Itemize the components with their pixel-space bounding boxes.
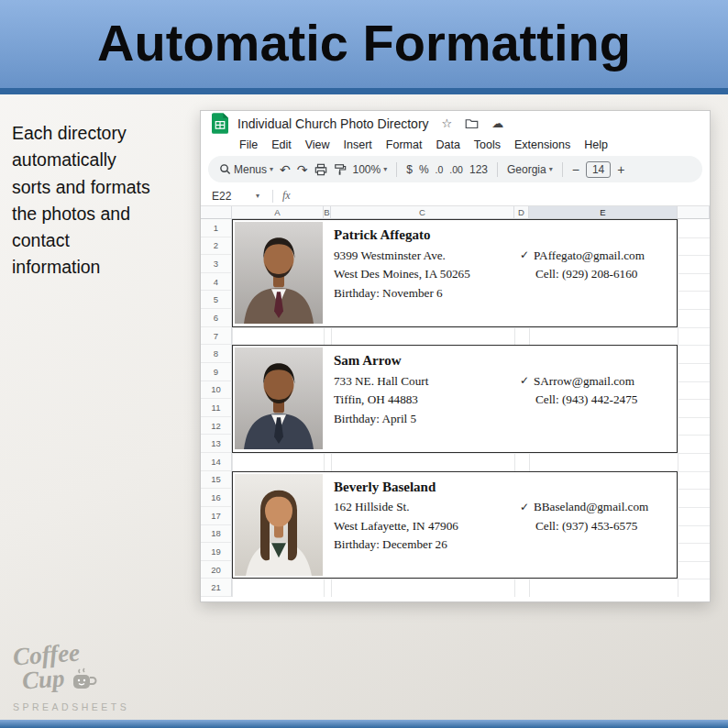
entry-cell: Cell: (929) 208-6160 — [535, 267, 637, 281]
row-header-9[interactable]: 9 — [201, 363, 232, 381]
spreadsheet-grid[interactable]: 123456789101112131415161718192021 Patric… — [201, 219, 710, 597]
zoom-value: 100% — [353, 163, 381, 176]
doc-title[interactable]: Individual Church Photo Directory — [237, 116, 429, 131]
row-header-17[interactable]: 17 — [201, 507, 232, 525]
row-header-12[interactable]: 12 — [201, 417, 232, 436]
entry-address1: 733 NE. Hall Court — [334, 374, 428, 389]
row-header-16[interactable]: 16 — [201, 489, 232, 507]
entry-photo[interactable] — [235, 347, 323, 449]
column-header-E[interactable]: E — [529, 206, 678, 219]
menu-bar: FileEditViewInsertFormatDataToolsExtensi… — [239, 136, 608, 154]
poster: Automatic Formatting Each directory auto… — [0, 0, 728, 728]
row-header-21[interactable]: 21 — [201, 579, 232, 597]
row-header-8[interactable]: 8 — [201, 345, 232, 363]
entry-cell: Cell: (943) 442-2475 — [535, 392, 637, 407]
print-button[interactable] — [314, 163, 327, 176]
zoom-select[interactable]: 100% ▾ — [353, 163, 388, 176]
entry-email: SArrow@gmail.com — [534, 374, 634, 389]
star-icon[interactable]: ☆ — [442, 117, 453, 129]
column-header-B[interactable]: B — [324, 206, 331, 219]
name-box-value: E22 — [212, 190, 231, 203]
menu-item-file[interactable]: File — [239, 138, 258, 151]
entry-photo[interactable] — [235, 222, 323, 324]
chevron-down-icon: ▾ — [270, 165, 273, 173]
row-header-19[interactable]: 19 — [201, 543, 232, 561]
sheets-titlebar: Individual Church Photo Directory ☆ ☁ — [201, 111, 710, 136]
menu-item-edit[interactable]: Edit — [271, 138, 292, 151]
row-header-13[interactable]: 13 — [201, 435, 232, 453]
row-header-7[interactable]: 7 — [201, 327, 232, 346]
entry-name: Patrick Affegato — [334, 227, 430, 243]
column-header-A[interactable]: A — [232, 206, 324, 219]
chevron-down-icon: ▾ — [549, 165, 553, 173]
entry-birthday: Birthday: December 26 — [334, 537, 447, 552]
check-icon: ✓ — [520, 248, 529, 261]
redo-button[interactable]: ↷ — [297, 162, 308, 177]
menu-item-help[interactable]: Help — [584, 138, 608, 151]
row-header-1[interactable]: 1 — [201, 219, 232, 237]
toolbar-divider — [497, 162, 498, 177]
chevron-down-icon: ▾ — [383, 165, 387, 173]
row-header-14[interactable]: 14 — [201, 453, 232, 471]
row-header-6[interactable]: 6 — [201, 309, 232, 327]
entry-address1: 9399 Westminster Ave. — [334, 248, 446, 263]
sheets-window: Individual Church Photo Directory ☆ ☁ Fi… — [200, 110, 711, 602]
entry-name: Sam Arrow — [334, 353, 401, 369]
font-select[interactable]: Georgia ▾ — [507, 163, 553, 176]
row-header-18[interactable]: 18 — [201, 525, 232, 544]
increase-font-size-button[interactable]: + — [617, 162, 624, 177]
format-currency-button[interactable]: $ — [406, 163, 413, 176]
row-header-4[interactable]: 4 — [201, 273, 232, 292]
row-header-3[interactable]: 3 — [201, 255, 232, 273]
search-icon — [219, 163, 231, 175]
formula-bar-divider — [272, 190, 273, 203]
entry-address2: West Des Moines, IA 50265 — [334, 267, 470, 281]
undo-button[interactable]: ↶ — [280, 162, 291, 177]
chevron-down-icon: ▾ — [256, 192, 259, 200]
row-header-11[interactable]: 11 — [201, 399, 232, 417]
menu-item-extensions[interactable]: Extensions — [514, 138, 570, 151]
row-header-20[interactable]: 20 — [201, 561, 232, 579]
directory-entry[interactable]: Patrick Affegato9399 Westminster Ave.Wes… — [232, 219, 678, 327]
number-format-button[interactable]: 123 — [469, 163, 488, 176]
entry-cell: Cell: (937) 453-6575 — [535, 519, 637, 534]
decrease-decimal-button[interactable]: .0 — [436, 164, 444, 175]
format-percent-button[interactable]: % — [419, 163, 429, 176]
entry-photo[interactable] — [235, 474, 323, 576]
column-headers: ABCDE — [201, 206, 710, 219]
toolbar: Menus ▾ ↶ ↷ 100% ▾ — [208, 156, 702, 182]
menu-item-format[interactable]: Format — [386, 138, 423, 151]
row-header-5[interactable]: 5 — [201, 291, 232, 309]
column-header-D[interactable]: D — [514, 206, 529, 219]
bottom-bar — [0, 720, 728, 728]
cloud-icon[interactable]: ☁ — [491, 117, 503, 129]
menu-item-tools[interactable]: Tools — [474, 138, 501, 151]
entry-birthday: Birthday: November 6 — [334, 286, 443, 301]
folder-icon[interactable] — [465, 117, 479, 129]
logo-subtitle: SPREADSHEETS — [13, 701, 129, 712]
column-header-C[interactable]: C — [331, 206, 514, 219]
menu-item-view[interactable]: View — [305, 138, 330, 151]
check-icon: ✓ — [520, 374, 529, 387]
increase-decimal-button[interactable]: .00 — [449, 164, 463, 175]
column-header-blank — [678, 206, 710, 219]
entry-address2: Tiffin, OH 44883 — [334, 392, 418, 407]
sheets-logo-icon[interactable] — [212, 113, 228, 134]
entry-birthday: Birthday: April 5 — [334, 412, 416, 426]
grid-row-line — [201, 327, 710, 328]
paint-format-button[interactable] — [334, 163, 347, 176]
directory-entry[interactable]: Beverly Baseland162 Hillside St.West Laf… — [232, 471, 678, 579]
menus-button[interactable]: Menus ▾ — [219, 163, 273, 176]
font-size-input[interactable]: 14 — [586, 161, 611, 178]
name-box[interactable]: E22 ▾ — [212, 190, 259, 203]
directory-entry[interactable]: Sam Arrow733 NE. Hall CourtTiffin, OH 44… — [232, 345, 678, 453]
menu-item-insert[interactable]: Insert — [344, 138, 372, 151]
menus-label: Menus — [234, 163, 267, 176]
row-header-2[interactable]: 2 — [201, 237, 232, 256]
entry-address2: West Lafayette, IN 47906 — [334, 519, 458, 534]
menu-item-data[interactable]: Data — [436, 138, 459, 151]
decrease-font-size-button[interactable]: − — [572, 162, 579, 177]
row-header-15[interactable]: 15 — [201, 471, 232, 490]
row-header-10[interactable]: 10 — [201, 381, 232, 400]
toolbar-divider — [396, 162, 397, 177]
